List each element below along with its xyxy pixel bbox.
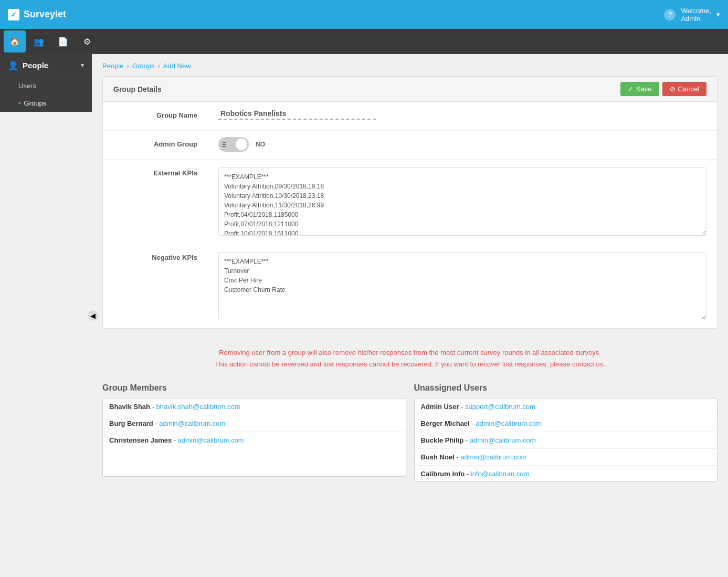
group-members-list[interactable]: Bhavik Shah - bhavik.shah@calibrum.comBu… (102, 398, 406, 477)
admin-group-value: NO (208, 131, 717, 159)
user-dropdown-icon[interactable]: ▾ (716, 11, 720, 18)
negative-kpis-textarea[interactable]: ***EXAMPLE*** Turnover Cost Per Hire Cus… (218, 252, 706, 320)
group-name-label: Group Name (103, 102, 208, 130)
breadcrumb: People › Groups › Add New (102, 62, 718, 70)
members-section: Group Members Bhavik Shah - bhavik.shah@… (102, 383, 718, 482)
group-members-title: Group Members (102, 383, 406, 393)
group-members-panel: Group Members Bhavik Shah - bhavik.shah@… (102, 383, 406, 482)
list-item[interactable]: Christensen James - admin@calibrum.com (103, 432, 406, 448)
group-name-row: Group Name (103, 102, 717, 131)
unassigned-users-list[interactable]: Admin User - support@calibrum.comBerger … (414, 398, 718, 482)
form-card: Group Details ✓ Save ⊘ Cancel Group Name (102, 76, 718, 329)
nav-home[interactable]: 🏠 (4, 30, 26, 53)
negative-kpis-row: Negative KPIs ***EXAMPLE*** Turnover Cos… (103, 244, 717, 328)
nav-people[interactable]: 👥 (28, 30, 50, 53)
toggle-label: NO (256, 141, 265, 148)
list-item[interactable]: Buckle Philip - admin@calibrum.com (415, 432, 718, 449)
people-icon: 👤 (8, 60, 18, 70)
list-item[interactable]: Calibrum Info - info@calibrum.com (415, 466, 718, 482)
sidebar-people-label: People (23, 61, 48, 70)
negative-kpis-value: ***EXAMPLE*** Turnover Cost Per Hire Cus… (208, 244, 717, 328)
list-item[interactable]: Berger Michael - admin@calibrum.com (415, 415, 718, 432)
app-title: Surveylet (24, 9, 66, 20)
logo-icon (8, 9, 19, 20)
nav-settings[interactable]: ⚙ (76, 30, 98, 53)
external-kpis-row: External KPIs ***EXAMPLE*** Voluntary At… (103, 160, 717, 244)
breadcrumb-sep-2: › (157, 62, 160, 70)
admin-group-toggle[interactable] (218, 137, 249, 152)
toggle-slider (218, 137, 249, 152)
negative-kpis-label: Negative KPIs (103, 244, 208, 269)
group-name-value (208, 102, 717, 130)
form-card-header: Group Details ✓ Save ⊘ Cancel (103, 77, 717, 102)
toggle-knob (236, 139, 247, 150)
app-logo[interactable]: Surveylet (8, 9, 66, 20)
save-button[interactable]: ✓ Save (620, 82, 659, 96)
warning-line1: Removing user from a group will also rem… (113, 347, 707, 359)
external-kpis-value: ***EXAMPLE*** Voluntary Attrition,09/30/… (208, 160, 717, 244)
external-kpis-textarea[interactable]: ***EXAMPLE*** Voluntary Attrition,09/30/… (218, 167, 706, 236)
sidebar-collapse-button[interactable]: ◀ (88, 310, 98, 321)
admin-group-row: Admin Group (103, 131, 717, 160)
admin-group-label: Admin Group (103, 131, 208, 159)
cancel-icon: ⊘ (670, 85, 676, 93)
main-content: People › Groups › Add New Group Details … (92, 54, 728, 577)
toggle-lines (222, 142, 226, 147)
admin-group-toggle-container: NO (218, 137, 265, 152)
cancel-button[interactable]: ⊘ Cancel (662, 82, 706, 96)
unassigned-users-title: Unassigned Users (414, 383, 718, 393)
chevron-down-icon: ▾ (81, 62, 84, 69)
breadcrumb-people[interactable]: People (102, 62, 123, 70)
sidebar-people-section[interactable]: 👤 People ▾ (0, 54, 92, 77)
breadcrumb-sep-1: › (126, 62, 129, 70)
list-item[interactable]: Admin User - support@calibrum.com (415, 398, 718, 415)
warning-section: Removing user from a group will also rem… (102, 337, 718, 381)
breadcrumb-add-new[interactable]: Add New (163, 62, 191, 70)
unassigned-users-panel: Unassigned Users Admin User - support@ca… (414, 383, 718, 482)
list-item[interactable]: Burg Bernard - admin@calibrum.com (103, 415, 406, 432)
form-card-title: Group Details (113, 85, 162, 93)
form-body: Group Name Admin Group (103, 102, 717, 328)
warning-line2: This action cannot be reversed and lost … (113, 359, 707, 370)
welcome-text: Welcome, Admin (681, 7, 711, 23)
nav-reports[interactable]: 📄 (52, 30, 74, 53)
external-kpis-label: External KPIs (103, 160, 208, 185)
main-layout: 👤 People ▾ Users Groups ◀ People › Group… (0, 54, 728, 577)
top-bar-right: ? Welcome, Admin ▾ (664, 7, 720, 23)
sidebar-item-users[interactable]: Users (0, 77, 92, 95)
top-bar: Surveylet ? Welcome, Admin ▾ (0, 0, 728, 29)
icon-nav: 🏠 👥 📄 ⚙ (0, 29, 728, 54)
group-name-input[interactable] (218, 108, 376, 120)
breadcrumb-groups[interactable]: Groups (132, 62, 155, 70)
sidebar: 👤 People ▾ Users Groups (0, 54, 92, 112)
form-action-buttons: ✓ Save ⊘ Cancel (620, 82, 706, 96)
check-icon: ✓ (628, 85, 634, 93)
list-item[interactable]: Bush Noel - admin@calibrum.com (415, 449, 718, 466)
list-item[interactable]: Bhavik Shah - bhavik.shah@calibrum.com (103, 398, 406, 415)
sidebar-item-groups[interactable]: Groups (0, 95, 92, 112)
help-icon[interactable]: ? (664, 9, 676, 20)
sidebar-wrapper: 👤 People ▾ Users Groups ◀ (0, 54, 92, 577)
